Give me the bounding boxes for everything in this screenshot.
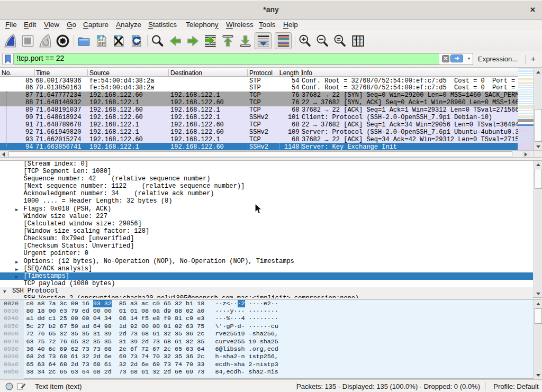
- svg-text:0111: 0111: [98, 44, 104, 47]
